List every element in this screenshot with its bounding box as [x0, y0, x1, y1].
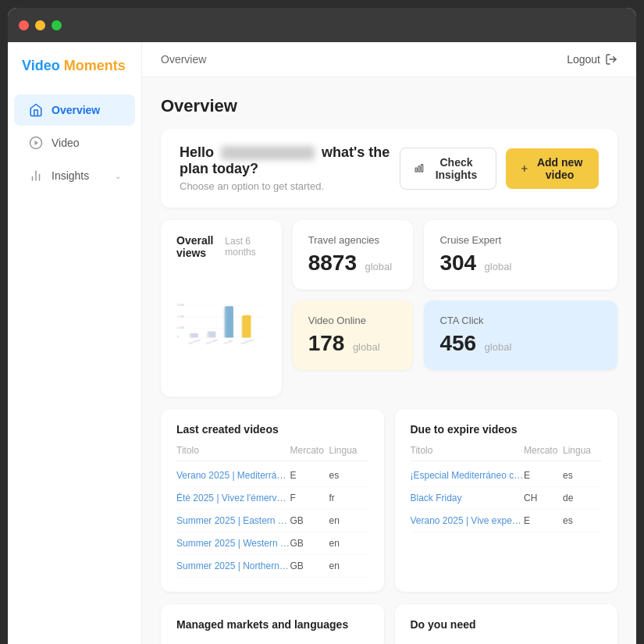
- svg-rect-7: [418, 165, 420, 172]
- page-title: Overview: [161, 96, 617, 116]
- stat-group-1: Travel agencies 8873 global Video Online…: [293, 220, 414, 370]
- expiring-videos-header: Titolo Mercato Lingua: [411, 445, 603, 461]
- expiring-link-2[interactable]: Black Friday: [411, 493, 525, 503]
- greeting: Hello: [180, 144, 214, 160]
- welcome-text: Hello what's the plan today? Choose an o…: [180, 144, 400, 192]
- logout-button[interactable]: Logout: [567, 53, 617, 66]
- managed-markets-card: Managed markets and languages: [161, 604, 384, 644]
- titlebar: [8, 8, 636, 42]
- stat-label-cta: CTA Click: [439, 315, 602, 326]
- managed-markets-title: Managed markets and languages: [176, 618, 368, 631]
- stat-value-travel: 8873 global: [308, 251, 398, 276]
- last-video-lingua-5: en: [329, 560, 368, 571]
- bottom-row: Managed markets and languages Do you nee…: [161, 604, 617, 644]
- app-body: Video Moments Overview: [8, 42, 636, 644]
- expiring-row-2: Black Friday CH de: [411, 487, 603, 510]
- close-button[interactable]: [19, 20, 29, 30]
- expiring-link-1[interactable]: ¡Especial Mediterráneo con ...: [411, 470, 525, 481]
- welcome-actions: Check Insights Add new video: [400, 148, 599, 190]
- svg-text:3,000: 3,000: [177, 304, 184, 307]
- last-video-mercato-5: GB: [290, 560, 329, 571]
- last-videos-col-mercato: Mercato: [290, 445, 329, 456]
- check-insights-button[interactable]: Check Insights: [400, 148, 496, 190]
- tables-row: Last created videos Titolo Mercato Lingu…: [161, 409, 617, 592]
- stat-label-cruise: Cruise Expert: [439, 234, 602, 246]
- stat-card-cta: CTA Click 456 global: [424, 301, 617, 370]
- expiring-videos-card: Due to expire videos Titolo Mercato Ling…: [395, 409, 618, 592]
- last-video-link-5[interactable]: Summer 2025 | Northern Eur...: [176, 560, 290, 571]
- svg-text:2,000: 2,000: [177, 315, 184, 318]
- last-videos-col-lingua: Lingua: [329, 445, 368, 456]
- last-video-lingua-3: en: [329, 515, 368, 526]
- last-videos-header: Titolo Mercato Lingua: [176, 445, 368, 461]
- traffic-lights: [19, 20, 62, 30]
- last-videos-col-titolo: Titolo: [176, 445, 290, 456]
- welcome-card: Hello what's the plan today? Choose an o…: [161, 129, 617, 208]
- svg-marker-1: [35, 141, 39, 145]
- sidebar-item-overview[interactable]: Overview: [14, 94, 135, 126]
- chart-card: Overall views Last 6 months 3,000 2,000 …: [161, 220, 282, 397]
- logout-label: Logout: [567, 53, 600, 66]
- logo: Video Moments: [8, 58, 141, 93]
- maximize-button[interactable]: [52, 20, 62, 30]
- minimize-button[interactable]: [35, 20, 45, 30]
- svg-text:October: October: [223, 339, 234, 345]
- sidebar-item-insights-label: Insights: [52, 169, 89, 182]
- chart-title: Overall views: [176, 234, 225, 259]
- svg-text:November: November: [205, 338, 219, 346]
- expiring-row-3: Verano 2025 | Vive experien... E es: [411, 510, 603, 532]
- welcome-subtitle: Choose an option to get started.: [180, 180, 400, 192]
- last-video-mercato-3: GB: [290, 515, 329, 526]
- expiring-mercato-3: E: [524, 515, 563, 526]
- expiring-lingua-3: es: [563, 515, 602, 526]
- add-new-video-button[interactable]: Add new video: [506, 148, 599, 189]
- last-video-mercato-2: F: [290, 493, 329, 503]
- plus-icon: [520, 162, 529, 176]
- expiring-col-lingua: Lingua: [563, 445, 602, 456]
- chevron-down-icon: ⌄: [115, 172, 121, 180]
- content-area: Overview Hello what's the plan today? Ch…: [142, 77, 636, 644]
- expiring-lingua-1: es: [563, 470, 602, 481]
- bar-chart-svg: 3,000 2,000 1,000 0: [176, 270, 266, 379]
- stat-card-video-online: Video Online 178 global: [293, 301, 414, 370]
- last-videos-row-3: Summer 2025 | Eastern Med... GB en: [176, 510, 368, 532]
- svg-rect-23: [189, 334, 192, 337]
- last-video-link-2[interactable]: Été 2025 | Vivez l'émerveille...: [176, 493, 290, 503]
- main-content: Overview Logout Overview: [142, 42, 636, 644]
- user-name-blurred: [221, 146, 315, 160]
- svg-rect-6: [415, 167, 417, 171]
- bar-chart-icon: [28, 168, 44, 183]
- last-videos-row-5: Summer 2025 | Northern Eur... GB en: [176, 555, 368, 578]
- stat-card-cruise: Cruise Expert 304 global: [424, 220, 617, 290]
- stats-grid: Travel agencies 8873 global Video Online…: [161, 220, 617, 397]
- last-video-link-1[interactable]: Verano 2025 | Mediterráneo...: [176, 470, 290, 481]
- home-icon: [28, 102, 44, 118]
- last-video-link-4[interactable]: Summer 2025 | Western Me...: [176, 538, 290, 549]
- svg-text:December: December: [188, 338, 201, 346]
- last-video-lingua-2: fr: [329, 493, 368, 503]
- svg-text:0: 0: [177, 336, 179, 339]
- expiring-link-3[interactable]: Verano 2025 | Vive experien...: [411, 515, 525, 526]
- last-video-link-3[interactable]: Summer 2025 | Eastern Med...: [176, 515, 290, 526]
- stat-card-travel: Travel agencies 8873 global: [293, 220, 414, 290]
- topbar: Overview Logout: [142, 42, 636, 77]
- svg-rect-8: [422, 164, 423, 172]
- sidebar-item-insights[interactable]: Insights ⌄: [14, 160, 135, 191]
- svg-rect-24: [206, 333, 209, 338]
- last-videos-row-4: Summer 2025 | Western Me... GB en: [176, 532, 368, 555]
- last-videos-card: Last created videos Titolo Mercato Lingu…: [161, 409, 384, 592]
- app-window: Video Moments Overview: [8, 8, 636, 644]
- sidebar-item-video[interactable]: Video: [14, 127, 135, 158]
- expiring-col-mercato: Mercato: [524, 445, 563, 456]
- expiring-videos-title: Due to expire videos: [411, 423, 603, 436]
- check-insights-label: Check Insights: [431, 156, 481, 181]
- svg-rect-25: [224, 307, 227, 337]
- last-videos-title: Last created videos: [176, 423, 368, 436]
- logo-part1: Video: [22, 58, 60, 73]
- insights-icon: [415, 161, 425, 176]
- svg-rect-26: [241, 316, 244, 337]
- stat-group-2: Cruise Expert 304 global CTA Click 456 g…: [424, 220, 617, 370]
- last-videos-row-2: Été 2025 | Vivez l'émerveille... F fr: [176, 487, 368, 510]
- play-icon: [28, 135, 44, 151]
- last-video-mercato-4: GB: [290, 538, 329, 549]
